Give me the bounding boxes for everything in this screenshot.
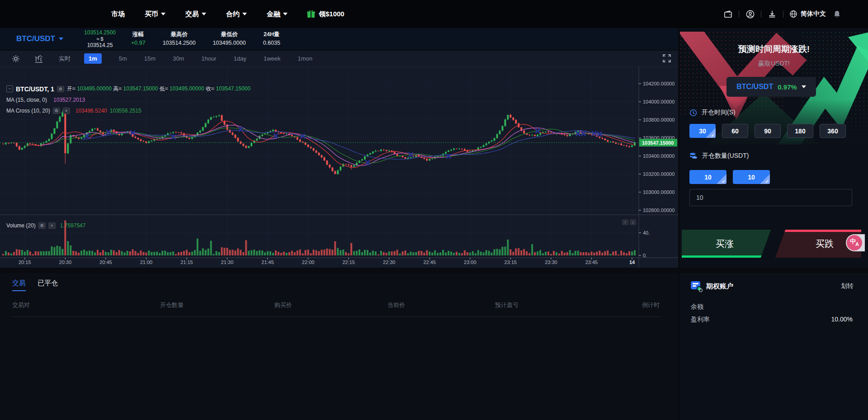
time-option-90[interactable]: 90	[755, 124, 781, 138]
divider	[783, 11, 783, 18]
candlestick-chart[interactable]: 104200.00000104000.00000103800.000001036…	[0, 67, 678, 268]
check-icon: ✓	[711, 133, 715, 138]
interval-1week[interactable]: 1week	[264, 55, 281, 62]
translate-widget[interactable]: 中 A	[846, 234, 865, 251]
svg-text:103547.15000: 103547.15000	[642, 140, 674, 146]
svg-text:103400.00000: 103400.00000	[643, 153, 675, 159]
svg-text:23:15: 23:15	[505, 260, 517, 265]
nav-item-label: 合约	[226, 10, 240, 19]
legend-title: BTC/USDT, 1	[16, 85, 54, 93]
wallet-icon[interactable]	[723, 9, 733, 19]
nav-item-label: 市场	[111, 10, 125, 19]
pair-change-selector[interactable]: BTC/USDT 0.97%	[726, 77, 816, 97]
realtime-button[interactable]: 实时	[59, 55, 71, 63]
legend-ohlc: 开= 103495.00000 高= 103547.15000 低= 10349…	[67, 85, 250, 93]
quick-amount-2[interactable]: 10✓	[733, 170, 770, 184]
chevron-down-icon	[242, 13, 247, 15]
col-amount: 开仓数量	[160, 301, 184, 309]
profit-value: 10.00%	[831, 316, 853, 324]
interval-5m[interactable]: 5m	[119, 55, 127, 62]
gear-icon[interactable]: ⚙	[57, 86, 64, 92]
volume-value: 1.7597547	[60, 222, 86, 229]
chart-legend-ma: MA (15, close, 0) 103527.2013	[6, 97, 85, 103]
interval-buttons: 1m 5m 15m 30m 1hour 1day 1week 1mon	[84, 53, 312, 64]
chart-card: 实时 1m 5m 15m 30m 1hour 1day 1week 1mon 1…	[0, 51, 678, 268]
svg-text:40.: 40.	[643, 230, 650, 236]
svg-text:20:45: 20:45	[99, 260, 112, 265]
volume-legend: Volume (20) ⚙ × 1.7597547	[6, 222, 85, 229]
pair-selector[interactable]: BTC/USDT	[16, 34, 63, 43]
svg-text:0.: 0.	[643, 253, 647, 258]
quick-amounts: 10✓ 10✓	[689, 170, 770, 184]
balance-row: 余额	[691, 303, 853, 311]
pane-controls: ↑ ↕	[622, 219, 636, 225]
translate-icon: 中 A	[847, 235, 862, 250]
divider	[12, 316, 661, 317]
nav-item-label: 交易	[185, 10, 199, 19]
time-option-30[interactable]: 30✓	[689, 124, 716, 138]
amount-input[interactable]	[689, 189, 852, 206]
table-header: 交易对 开仓数量 购买价 当前价 预计盈亏 倒计时	[0, 301, 678, 310]
svg-text:23:00: 23:00	[464, 260, 476, 265]
collapse-icon[interactable]: −	[6, 85, 13, 92]
nav-item-label: 金融	[267, 10, 280, 19]
settings-gear-icon[interactable]	[12, 55, 20, 63]
time-option-180[interactable]: 180	[787, 124, 813, 138]
indicator-chart-icon[interactable]	[34, 55, 43, 63]
close-icon[interactable]: ×	[63, 108, 70, 114]
stat-change: 涨幅+0.97	[131, 30, 146, 47]
usd-price: 103514.25	[84, 42, 116, 48]
interval-1m[interactable]: 1m	[84, 53, 102, 64]
nav-item-contract[interactable]: 合约	[226, 10, 247, 19]
nav-item-finance[interactable]: 金融	[267, 10, 288, 19]
bell-icon[interactable]	[832, 9, 842, 19]
tab-open-orders[interactable]: 交易	[12, 279, 26, 291]
transfer-link[interactable]: 划转	[841, 282, 854, 290]
bonus-button[interactable]: 领$1000	[307, 9, 344, 19]
coins-icon	[689, 152, 698, 160]
language-selector[interactable]: 简体中文	[789, 10, 826, 18]
buy-up-button[interactable]: 买涨	[682, 230, 768, 258]
account-icon[interactable]	[745, 9, 755, 19]
gear-icon[interactable]: ⚙	[53, 108, 60, 114]
ma-label: MA (15, close, 0)	[6, 97, 47, 103]
pane-up-icon[interactable]: ↑	[622, 219, 628, 225]
svg-text:22:15: 22:15	[342, 260, 355, 265]
svg-text:20:30: 20:30	[59, 260, 72, 265]
fullscreen-icon[interactable]	[662, 53, 672, 63]
language-label: 简体中文	[801, 10, 826, 18]
time-option-60[interactable]: 60	[722, 124, 748, 138]
open-time-label: 开仓时间(S)	[702, 109, 736, 117]
nav-item-trade[interactable]: 交易	[185, 10, 206, 19]
svg-text:22:45: 22:45	[423, 260, 436, 265]
svg-text:21:45: 21:45	[261, 260, 274, 265]
pane-resize-icon[interactable]: ↕	[630, 219, 636, 225]
chart-canvas: 104200.00000104000.00000103800.000001036…	[0, 67, 678, 268]
trade-panel: 预测时间周期涨跌! 赢取USDT! BTC/USDT 0.97% 开仓时间(S)…	[680, 28, 868, 268]
svg-text:20:15: 20:15	[19, 260, 31, 265]
tab-closed-orders[interactable]: 已平仓	[38, 279, 58, 291]
nav-item-market[interactable]: 市场	[111, 10, 125, 19]
download-icon[interactable]	[767, 9, 777, 19]
globe-icon	[789, 10, 797, 18]
clock-icon	[689, 109, 697, 117]
quick-amount-1[interactable]: 10✓	[689, 170, 726, 184]
time-option-360[interactable]: 360	[820, 124, 846, 138]
svg-text:103800.00000: 103800.00000	[643, 117, 675, 123]
chevron-down-icon	[202, 13, 206, 15]
interval-30m[interactable]: 30m	[173, 55, 184, 62]
check-icon: ✓	[722, 179, 726, 184]
nav-menu: 市场 买币 交易 合约 金融	[111, 10, 288, 19]
close-icon[interactable]: ×	[48, 222, 56, 229]
ma-value: 103527.2013	[53, 97, 85, 103]
interval-15m[interactable]: 15m	[144, 55, 156, 62]
interval-1hour[interactable]: 1hour	[201, 55, 216, 62]
interval-1day[interactable]: 1day	[234, 55, 246, 62]
top-nav: 市场 买币 交易 合约 金融 领$1000	[0, 0, 868, 28]
profit-row: 盈利率 10.00%	[691, 316, 853, 324]
gear-icon[interactable]: ⚙	[38, 222, 46, 229]
macross-green-value: 103556.2515	[110, 108, 142, 114]
nav-item-buy[interactable]: 买币	[145, 10, 165, 19]
chevron-down-icon	[283, 13, 288, 15]
interval-1mon[interactable]: 1mon	[297, 55, 312, 62]
